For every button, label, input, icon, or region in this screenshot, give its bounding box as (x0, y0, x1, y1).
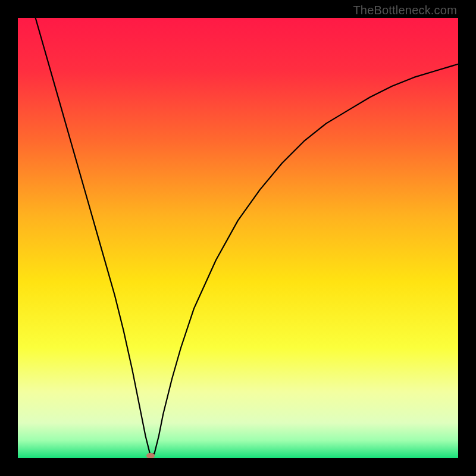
bottleneck-curve (18, 18, 458, 458)
plot-area (18, 18, 458, 458)
attribution-text: TheBottleneck.com (353, 4, 457, 17)
optimum-marker (146, 453, 155, 458)
